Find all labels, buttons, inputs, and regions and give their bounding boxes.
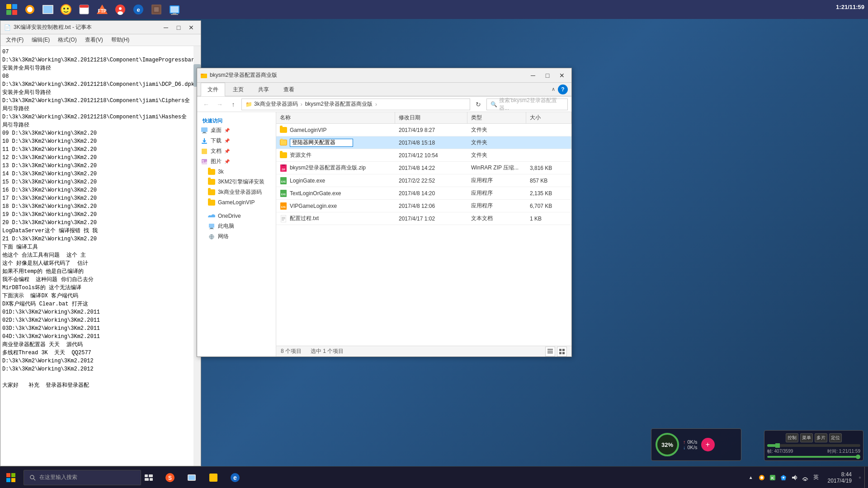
file-size-cell [526,154,571,157]
forward-button[interactable]: → [214,99,225,110]
notepad-content[interactable]: 07 D:\3k\3Km2\Working\3Km2.20121218\Comp… [0,46,193,466]
sidebar-item-onedrive[interactable]: OneDrive [197,211,276,221]
col-header-name[interactable]: 名称 [276,112,395,123]
toolbar-icon-3[interactable] [40,1,56,18]
file-row-selected[interactable]: 2017/4/8 15:18 文件夹 [276,136,571,149]
notepad-menu-format[interactable]: 格式(O) [54,35,80,45]
col-header-type[interactable]: 类型 [467,112,526,123]
up-button[interactable]: ↑ [228,99,239,110]
file-row[interactable]: 资源文件 2017/4/12 10:54 文件夹 [276,149,571,162]
toolbar-icon-7[interactable] [112,1,128,18]
refresh-button[interactable]: ↻ [473,99,484,110]
ribbon-tab-view[interactable]: 查看 [277,83,301,96]
start-button[interactable] [0,467,22,488]
file-row[interactable]: EXE TextLoginOrGate.exe 2017/4/8 14:20 应… [276,187,571,200]
lang-indicator[interactable]: 英 [811,473,821,482]
toolbar-icon-6[interactable]: FTP [94,1,110,18]
notepad-close-button[interactable]: ✕ [185,23,197,33]
sidebar-item-downloads[interactable]: 下载 📌 [197,136,276,146]
toolbar-icon-2[interactable] [22,1,38,18]
media-menu-button[interactable]: 菜单 [800,433,813,442]
net-up-value: 0K/s [688,439,698,445]
toolbar-icon-5[interactable] [76,1,92,18]
ribbon-tab-home[interactable]: 主页 [226,83,250,96]
notepad-maximize-button[interactable]: □ [173,23,184,33]
ribbon-collapse-button[interactable]: ∧ [549,86,558,92]
media-progress-bar[interactable] [767,444,860,447]
svg-point-9 [63,8,65,9]
media-locate-button[interactable]: 定位 [829,433,842,442]
help-button[interactable]: ? [558,84,568,94]
media-control-button[interactable]: 控制 [786,433,798,442]
file-name: bkysm2登录器配置器商业版.zip [290,164,366,172]
explorer-maximize-button[interactable]: □ [542,70,553,80]
sidebar-item-thispc[interactable]: 此电脑 [197,221,276,231]
taskbar-app-2[interactable] [182,468,202,488]
back-button[interactable]: ← [201,99,212,110]
file-row[interactable]: EXE VIPGameLogin.exe 2017/4/8 12:06 应用程序… [276,200,571,212]
sidebar-item-gameloginvip[interactable]: GameLoginVIP [197,197,276,207]
file-row[interactable]: ZIP bkysm2登录器配置器商业版.zip 2017/4/8 14:22 W… [276,162,571,174]
tray-icon-1[interactable] [757,473,766,482]
media-multifile-button[interactable]: 多片 [815,433,827,442]
col-header-size[interactable]: 大小 [526,112,571,123]
explorer-close-button[interactable]: ✕ [556,70,568,80]
sidebar-item-desktop[interactable]: 桌面 📌 [197,125,276,136]
taskbar-app-1[interactable]: S [160,468,180,488]
sidebar-quick-access[interactable]: 快速访问 [197,116,276,125]
file-row[interactable]: 配置过程.txt 2017/4/17 1:02 文本文档 1 KB [276,212,571,225]
address-path[interactable]: 📁 3k商业登录器源码 › bkysm2登录器配置器商业版 › [241,99,470,110]
sidebar-item-pictures[interactable]: 图片 📌 [197,156,276,167]
media-progress-handle[interactable] [775,443,780,448]
file-row[interactable]: GameLoginVIP 2017/4/19 8:27 文件夹 [276,124,571,136]
taskbar-app-4[interactable]: e [225,468,245,488]
explorer-minimize-button[interactable]: ─ [527,70,539,80]
notepad-menu-file[interactable]: 文件(F) [2,35,27,45]
toolbar-icon-4[interactable] [58,1,74,18]
tray-icon-2[interactable]: K [768,473,777,482]
taskbar-app-3[interactable] [203,468,223,488]
file-row[interactable]: EXE LoginGate.exe 2017/2/2 22:52 应用程序 85… [276,174,571,187]
taskview-button[interactable] [141,468,156,488]
sidebar-item-3klogin[interactable]: 3k商业登录器源码 [197,187,276,197]
volume-icon[interactable] [790,473,799,482]
toolbar-icon-9[interactable] [148,1,165,18]
svg-rect-24 [170,6,179,13]
file-rename-input[interactable] [290,139,353,147]
ribbon-tab-share[interactable]: 共享 [251,83,276,96]
sidebar-item-3km2[interactable]: 3KM2引擎编译安装 [197,177,276,187]
sidebar-item-network[interactable]: 网络 [197,231,276,242]
notepad-menu-help[interactable]: 帮助(H) [108,35,133,45]
volume-handle[interactable] [856,455,860,459]
add-widget-button[interactable]: + [701,438,715,451]
tray-icon-3[interactable] [779,473,788,482]
breadcrumb-part1[interactable]: 3k商业登录器源码 [254,100,298,108]
col-header-date[interactable]: 修改日期 [395,112,467,123]
toolbar-icon-8[interactable]: e [130,1,146,18]
svg-text:EXE: EXE [281,206,286,208]
show-desktop-button[interactable] [864,467,868,488]
search-box[interactable]: 🔍 搜索'bkysm2登录器配置器... [486,99,568,110]
view-icons-button[interactable] [557,347,567,357]
onedrive-icon [208,212,215,220]
clock-time: 8:44 [841,471,852,478]
ribbon-tab-file[interactable]: 文件 [201,83,225,96]
media-volume-bar[interactable] [767,456,860,458]
view-details-button[interactable] [545,347,555,357]
ribbon-tabs: 文件 主页 共享 查看 ∧ ? [197,83,571,96]
taskbar-search-icon [29,474,36,481]
taskbar-clock[interactable]: 8:44 2017/4/19 [824,471,855,484]
toolbar-icon-10[interactable] [166,1,183,18]
sidebar-item-3k[interactable]: 3k [197,167,276,177]
notification-button[interactable] [855,473,864,482]
toolbar-icon-1[interactable] [4,1,20,18]
notepad-menu-edit[interactable]: 编辑(E) [28,35,53,45]
network-tray-icon[interactable] [801,473,810,482]
notepad-minimize-button[interactable]: ─ [160,23,172,33]
sidebar-item-documents[interactable]: 文档 📌 [197,146,276,156]
taskbar-search-box[interactable]: 在这里输入搜索 [24,470,141,485]
tray-expand-button[interactable]: ▲ [746,473,755,482]
notepad-menu-view[interactable]: 查看(V) [81,35,107,45]
svg-rect-12 [80,5,89,8]
breadcrumb-part2[interactable]: bkysm2登录器配置器商业版 [305,100,373,108]
